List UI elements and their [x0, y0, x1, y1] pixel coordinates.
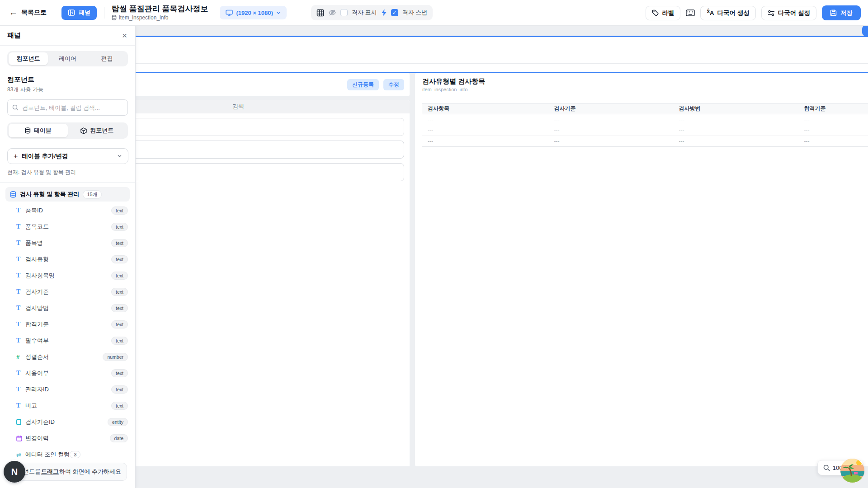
editor-join-columns-group[interactable]: ⇄에디터 조인 컬럼3 [0, 446, 135, 463]
translate-icon: x̂A [707, 10, 714, 16]
number-type-icon: # [16, 354, 25, 361]
grid-subtitle: item_inspection_info [422, 87, 868, 92]
i18n-generate-button[interactable]: x̂A 다국어 생성 [700, 6, 755, 20]
grid-show-label: 격자 표시 [352, 9, 377, 17]
table-cell: --- [549, 136, 674, 147]
grid-body: 검사항목 검사기준 검사방법 합격기준 --- --- --- --- [415, 96, 868, 154]
grid-title: 검사유형별 검사항목 [422, 77, 868, 85]
grid-snap-checkbox[interactable]: ✓ [391, 9, 398, 16]
grid-header: 검사유형별 검사항목 item_inspection_info [415, 73, 868, 96]
save-button[interactable]: 저장 [822, 5, 861, 20]
type-badge: text [111, 272, 128, 280]
preview-table[interactable]: 검사항목 검사기준 검사방법 합격기준 --- --- --- --- [422, 103, 868, 147]
island-badge-icon[interactable] [840, 459, 864, 483]
toggle-table[interactable]: 테이블 [9, 124, 68, 137]
field-name: 검사항목명 [25, 272, 55, 280]
field-item[interactable]: T품목IDtext [0, 202, 135, 219]
field-name: 관리자ID [25, 385, 49, 394]
side-panel: 패널 × 컴포넌트 레이어 편집 컴포넌트 83개 사용 가능 [0, 26, 136, 488]
text-type-icon: T [16, 370, 25, 377]
back-arrow-icon[interactable]: ← [9, 8, 18, 18]
field-item[interactable]: T관리자IDtext [0, 381, 135, 398]
date-type-icon [16, 435, 25, 441]
field-item[interactable]: T필수여부text [0, 333, 135, 349]
save-icon [830, 9, 837, 16]
back-to-list-button[interactable]: 목록으로 [21, 9, 47, 17]
field-item[interactable]: 변경이력date [0, 430, 135, 446]
type-badge: text [111, 223, 128, 231]
type-badge: text [111, 402, 128, 410]
text-type-icon: T [16, 288, 25, 296]
grid-icon[interactable] [316, 9, 324, 17]
add-table-button[interactable]: + 테이블 추가/변경 [7, 148, 128, 164]
field-name: 품목명 [25, 239, 43, 247]
field-item[interactable]: T사용여부text [0, 365, 135, 381]
tab-layers[interactable]: 레이어 [48, 52, 87, 65]
toolbar-right: 라벨 x̂A 다국어 생성 다국어 설정 [646, 0, 868, 26]
resolution-dropdown[interactable]: (868 × 488) [220, 6, 286, 19]
bolt-icon[interactable] [381, 9, 387, 16]
panel-toggle-button[interactable]: 패널 [61, 6, 97, 20]
grid-options-group: 격자 표시 ✓ 격자 스냅 [311, 5, 433, 20]
new-register-button[interactable]: 신규등록 [347, 79, 379, 90]
table-cell: --- [422, 136, 549, 147]
keyboard-shortcuts-button[interactable] [686, 9, 695, 16]
tab-edit[interactable]: 편집 [87, 52, 127, 65]
field-item[interactable]: 검사기준IDentity [0, 414, 135, 430]
field-name: 검사기준 [25, 288, 49, 296]
panel-title: 패널 [7, 31, 21, 40]
inspection-grid-section[interactable]: 검사유형별 검사항목 item_inspection_info 검사항목 검사기… [415, 73, 868, 466]
table-cell: --- [674, 125, 799, 136]
sidebar-panel-icon [68, 9, 75, 16]
brand-logo[interactable]: N [4, 461, 25, 483]
table-cell: --- [799, 114, 868, 125]
grid-snap-label: 격자 스냅 [402, 9, 428, 17]
type-badge: text [111, 288, 128, 296]
database-icon [112, 15, 117, 20]
monitor-icon [226, 9, 233, 16]
close-icon[interactable]: × [122, 31, 127, 40]
eye-off-icon[interactable] [328, 9, 336, 16]
toggle-component[interactable]: 컴포넌트 [68, 124, 127, 137]
field-item[interactable]: T품목명text [0, 235, 135, 251]
type-badge: text [111, 304, 128, 312]
i18n-settings-button[interactable]: 다국어 설정 [761, 6, 816, 20]
app-root: 신규등록 수정 검색 검사유형별 검사항목 item_inspection_in… [0, 0, 868, 488]
field-item[interactable]: T검사항목명text [0, 267, 135, 284]
field-item[interactable]: T비고text [0, 398, 135, 414]
field-item[interactable]: T검사기준text [0, 284, 135, 300]
grid-show-checkbox[interactable] [340, 9, 348, 16]
table-cell: --- [549, 125, 674, 136]
text-type-icon: T [16, 272, 25, 279]
col-header: 검사방법 [674, 103, 799, 114]
search-input[interactable] [22, 104, 123, 111]
table-cell: --- [422, 125, 549, 136]
chevron-down-icon [276, 11, 281, 14]
canvas-edge-handle[interactable] [862, 25, 868, 36]
field-item[interactable]: T품목코드text [0, 219, 135, 235]
type-badge: text [111, 337, 128, 345]
edit-button[interactable]: 수정 [383, 79, 404, 90]
field-item[interactable]: T검사방법text [0, 300, 135, 316]
table-row: --- --- --- --- [422, 114, 868, 125]
type-badge: text [111, 320, 128, 328]
col-header: 검사항목 [422, 103, 549, 114]
table-cell: --- [674, 136, 799, 147]
field-item[interactable]: #정렬순서number [0, 349, 135, 365]
col-header: 검사기준 [549, 103, 674, 114]
table-group-header[interactable]: 검사 유형 및 항목 관리 15개 [5, 187, 130, 202]
field-name: 필수여부 [25, 337, 49, 345]
field-item[interactable]: T합격기준text [0, 316, 135, 333]
text-type-icon: T [16, 239, 25, 247]
page-subtitle: item_inspection_info [112, 14, 208, 21]
field-item[interactable]: T검사유형text [0, 251, 135, 267]
table-row: --- --- --- --- [422, 136, 868, 147]
save-button-text: 저장 [840, 9, 853, 17]
type-badge: text [111, 239, 128, 247]
field-name: 변경이력 [25, 434, 49, 442]
table-group-name: 검사 유형 및 항목 관리 [20, 190, 79, 198]
field-name: 검사기준ID [25, 418, 55, 426]
toggle-table-label: 테이블 [34, 127, 52, 135]
label-button[interactable]: 라벨 [646, 6, 680, 20]
tab-components[interactable]: 컴포넌트 [9, 52, 48, 65]
